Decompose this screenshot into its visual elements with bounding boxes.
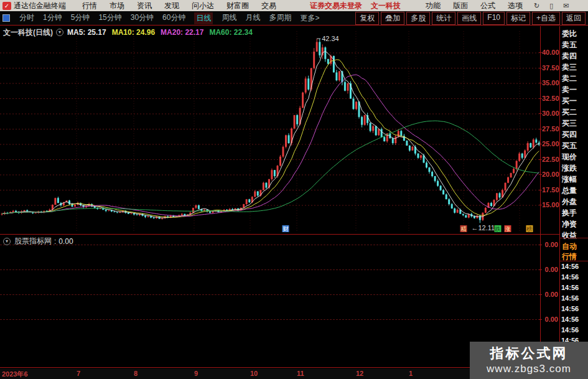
function-item-2[interactable]: 版面 <box>453 1 468 11</box>
toolbar-button-9[interactable]: 返回 <box>562 12 586 25</box>
app-logo-icon[interactable]: ✓ <box>2 2 11 10</box>
quote-label-1[interactable]: 现价 <box>562 152 577 162</box>
sub-axis-label: 0.00 <box>542 266 558 274</box>
toolbar-button-1[interactable]: 复权 <box>355 12 379 25</box>
menu-item-1[interactable]: 行情 <box>82 1 97 11</box>
watermark-url: www.zbgs3.com <box>470 363 588 375</box>
refresh-icon[interactable]: ↻ <box>534 2 539 10</box>
tick-time: 14:56 <box>561 284 579 291</box>
order-label-3[interactable]: 卖四 <box>562 51 577 62</box>
period-tab-8[interactable]: 周线 <box>222 12 236 24</box>
quote-label-8[interactable]: 收益 <box>562 230 577 241</box>
quote-label-5[interactable]: 外盘 <box>562 197 577 207</box>
order-label-10[interactable]: 买四 <box>562 129 577 140</box>
menu-item-7[interactable]: 交易 <box>261 1 276 11</box>
menu-bar: ✓ 通达信金融终端 行情市场资讯发现问小达财富圈交易 证券交易未登录 文一科技 … <box>0 0 588 11</box>
period-tabs: 分时1分钟5分钟15分钟30分钟60分钟日线周线月线多周期 <box>15 12 296 24</box>
toolbar-button-3[interactable]: 多股 <box>406 12 430 25</box>
price-tick-label: 25.00 <box>542 140 558 148</box>
price-tick-label: 27.50 <box>542 125 558 133</box>
period-tab-9[interactable]: 月线 <box>245 12 260 24</box>
quote-label-2[interactable]: 涨跌 <box>562 163 577 174</box>
ma-legend: MA5: 25.17MA10: 24.96MA20: 22.17MA60: 22… <box>67 28 258 37</box>
order-label-8[interactable]: 买二 <box>562 107 577 118</box>
ma-value-label-2: MA10: 24.96 <box>112 28 155 37</box>
period-tab-3[interactable]: 5分钟 <box>71 12 90 24</box>
indicator-separator: : <box>54 237 56 246</box>
indicator-name[interactable]: 股票指标网 <box>14 236 52 246</box>
ma-value-label-4: MA60: 22.34 <box>209 28 252 37</box>
current-stock-label[interactable]: 文一科技 <box>371 1 401 11</box>
mobile-icon[interactable]: ▯ <box>549 2 553 10</box>
panel-separator <box>560 261 588 261</box>
period-tab-1[interactable]: 分时 <box>19 12 34 24</box>
quote-label-7[interactable]: 净资 <box>562 219 577 230</box>
order-label-11[interactable]: 买五 <box>562 141 577 151</box>
toolbar-button-2[interactable]: 叠加 <box>381 12 404 25</box>
period-tab-4[interactable]: 15分钟 <box>98 12 121 24</box>
tick-time: 14:56 <box>561 326 579 334</box>
menu-item-2[interactable]: 市场 <box>110 1 124 11</box>
quote-label-3[interactable]: 涨幅 <box>562 174 577 185</box>
toolbar-button-4[interactable]: 统计 <box>432 12 455 25</box>
date-label-7: 12 <box>356 370 363 377</box>
tick-time: 14:56 <box>561 294 579 302</box>
chart-type-icon[interactable] <box>2 14 10 22</box>
menu-item-5[interactable]: 问小达 <box>192 1 214 11</box>
axis-divider <box>540 26 541 368</box>
period-tab-10[interactable]: 多周期 <box>269 12 291 24</box>
price-tick-label: 32.50 <box>542 95 558 103</box>
indicator-chevron-icon[interactable]: ▾ <box>3 238 11 245</box>
period-tab-5[interactable]: 30分钟 <box>131 12 154 24</box>
toolbar-button-7[interactable]: 标记 <box>506 12 530 25</box>
menu-item-6[interactable]: 财富圈 <box>226 1 249 11</box>
candlestick-chart[interactable]: 42.34←12.11财精跌涨榜 <box>0 26 540 233</box>
function-item-4[interactable]: 选项 <box>508 1 523 11</box>
order-label-9[interactable]: 买三 <box>562 118 577 129</box>
sub-axis-label: 0.00 <box>542 316 558 324</box>
order-label-6[interactable]: 卖一 <box>562 85 577 95</box>
watermark-title: 指标公式网 <box>470 344 588 363</box>
order-label-7[interactable]: 买一 <box>562 96 577 106</box>
sub-gridline <box>0 269 540 270</box>
quote-label-6[interactable]: 换手 <box>562 208 577 218</box>
period-tab-7[interactable]: 日线 <box>194 12 213 24</box>
toolbar-button-5[interactable]: 画线 <box>457 12 481 25</box>
sub-gridline <box>0 245 540 245</box>
tick-time: 14:56 <box>561 273 579 281</box>
order-label-2[interactable]: 卖五 <box>562 40 577 50</box>
date-label-1: 2023年6 <box>2 370 28 379</box>
trade-login-status[interactable]: 证券交易未登录 <box>310 1 362 11</box>
symbol-period-label[interactable]: 文一科技(日线) <box>3 27 53 38</box>
mail-icon[interactable]: ✉ <box>563 2 569 10</box>
indicator-value: 0.00 <box>58 237 73 246</box>
ma-value-label-1: MA5: 25.17 <box>67 28 106 37</box>
panel-separator <box>560 238 588 238</box>
svg-text:财: 财 <box>283 226 289 232</box>
order-label-4[interactable]: 卖三 <box>562 62 577 73</box>
toolbar-button-8[interactable]: +自选 <box>532 12 560 25</box>
price-tick-label: 40.00 <box>542 49 558 57</box>
menu-item-4[interactable]: 发现 <box>164 1 179 11</box>
svg-text:精: 精 <box>461 226 467 232</box>
watermark: 指标公式网 www.zbgs3.com <box>470 342 588 379</box>
function-item-1[interactable]: 功能 <box>426 1 441 11</box>
price-tick-label: 22.50 <box>542 156 558 164</box>
price-tick-label: 35.00 <box>542 79 558 87</box>
price-tick-label: 17.50 <box>542 186 558 194</box>
more-periods-button[interactable]: 更多> <box>300 13 319 24</box>
function-item-3[interactable]: 公式 <box>480 1 495 11</box>
order-label-5[interactable]: 卖二 <box>562 73 577 84</box>
auto-label[interactable]: 自动 <box>562 241 577 252</box>
toolbar-button-6[interactable]: F10 <box>483 12 505 25</box>
price-tick-label: 37.50 <box>542 64 558 72</box>
sub-gridline <box>0 319 540 320</box>
period-tab-2[interactable]: 1分钟 <box>43 12 62 24</box>
order-label-1[interactable]: 委比 <box>562 29 577 39</box>
quote-label-4[interactable]: 总量 <box>562 185 577 196</box>
date-label-5: 10 <box>250 370 258 377</box>
period-tab-6[interactable]: 60分钟 <box>162 12 185 24</box>
tdx-terminal-window: ✓ 通达信金融终端 行情市场资讯发现问小达财富圈交易 证券交易未登录 文一科技 … <box>0 0 588 379</box>
menu-item-3[interactable]: 资讯 <box>137 1 152 11</box>
chevron-down-icon[interactable]: ▾ <box>56 29 63 36</box>
